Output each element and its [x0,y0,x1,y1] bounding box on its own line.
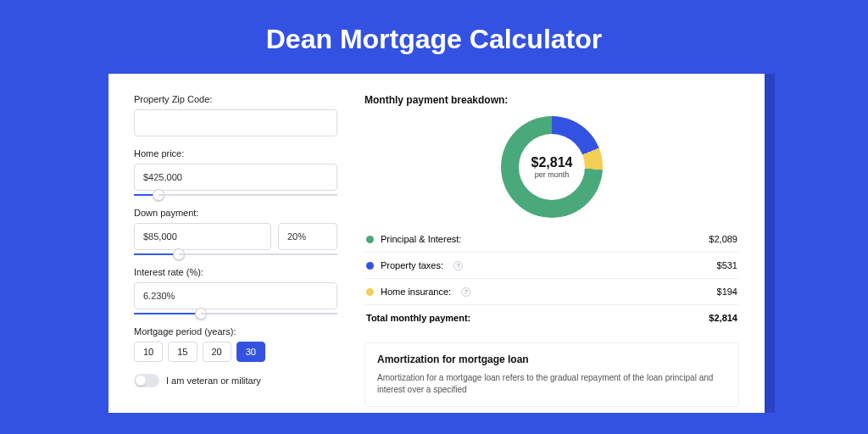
amortization-title: Amortization for mortgage loan [377,353,726,365]
legend-label: Property taxes: [381,260,443,270]
inputs-column: Property Zip Code: Home price: Down paym… [134,94,337,413]
legend-value: $531 [717,260,737,270]
legend-value: $194 [717,287,737,297]
legend-insurance: Home insurance: ? $194 [364,279,739,305]
page-title: Dean Mortgage Calculator [0,0,868,74]
zip-input[interactable] [134,109,337,136]
interest-label: Interest rate (%): [134,267,337,277]
total-value: $2,814 [709,313,737,323]
down-payment-label: Down payment: [134,208,337,218]
zip-field: Property Zip Code: [134,94,337,136]
down-payment-amount-input[interactable] [134,223,271,250]
amortization-panel: Amortization for mortgage loan Amortizat… [364,342,739,407]
legend-label: Home insurance: [381,287,451,297]
legend-principal: Principal & Interest: $2,089 [364,226,739,253]
home-price-slider[interactable] [134,194,337,196]
breakdown-column: Monthly payment breakdown: $2,814 per mo… [364,94,739,413]
slider-thumb[interactable] [153,189,164,201]
home-price-field: Home price: [134,148,337,196]
info-icon[interactable]: ? [453,261,463,270]
donut-amount: $2,814 [531,155,573,170]
calculator-card: Property Zip Code: Home price: Down paym… [108,74,765,413]
interest-field: Interest rate (%): [134,267,337,314]
legend-taxes: Property taxes: ? $531 [364,253,739,279]
home-price-label: Home price: [134,148,337,159]
period-option-10[interactable]: 10 [134,342,163,362]
zip-label: Property Zip Code: [134,94,337,104]
veteran-label: I am veteran or military [166,376,261,386]
period-label: Mortgage period (years): [134,326,337,337]
down-payment-percent-input[interactable] [278,223,337,250]
period-options: 10 15 20 30 [134,342,337,362]
donut-center: $2,814 per month [519,134,585,200]
interest-slider[interactable] [134,313,337,314]
legend-value: $2,089 [709,234,737,244]
down-payment-slider[interactable] [134,253,337,255]
breakdown-title: Monthly payment breakdown: [364,94,739,106]
slider-thumb[interactable] [173,248,185,260]
home-price-input[interactable] [134,164,337,191]
down-payment-field: Down payment: [134,208,337,255]
donut-sub: per month [535,170,570,179]
dot-icon [366,262,374,270]
period-field: Mortgage period (years): 10 15 20 30 [134,326,337,362]
slider-thumb[interactable] [195,308,207,320]
donut-chart-wrap: $2,814 per month [364,111,739,226]
period-option-20[interactable]: 20 [203,342,231,362]
card-shadow: Property Zip Code: Home price: Down paym… [108,74,775,413]
veteran-toggle[interactable] [134,374,159,387]
legend-total: Total monthly payment: $2,814 [364,305,739,331]
dot-icon [366,236,374,243]
toggle-knob [136,376,146,386]
donut-chart: $2,814 per month [501,116,603,218]
period-option-15[interactable]: 15 [168,342,197,362]
legend-label: Principal & Interest: [381,234,461,244]
info-icon[interactable]: ? [461,287,470,297]
dot-icon [366,288,374,296]
interest-input[interactable] [134,282,337,309]
period-option-30[interactable]: 30 [236,342,265,362]
veteran-row: I am veteran or military [134,374,337,387]
total-label: Total monthly payment: [366,313,470,323]
amortization-text: Amortization for a mortgage loan refers … [377,372,726,396]
